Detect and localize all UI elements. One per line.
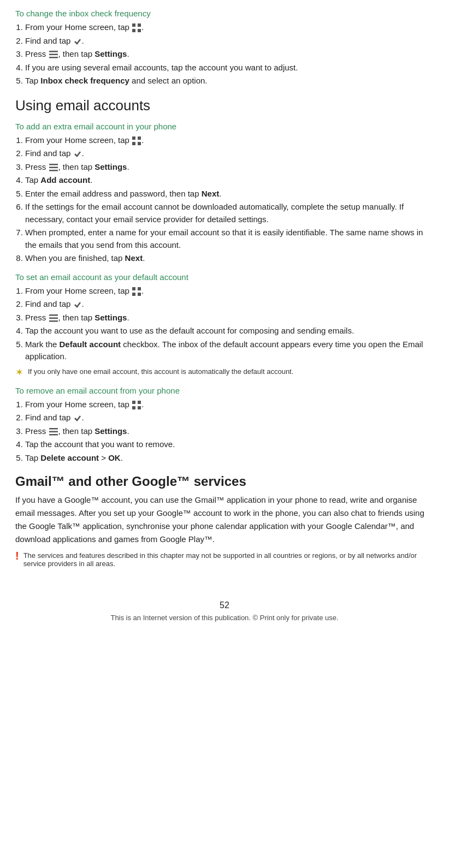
ok-label: OK	[108, 453, 121, 462]
svg-rect-22	[138, 401, 141, 404]
step-4: Tap the account you want to use as the d…	[25, 325, 434, 337]
steps-add-account: From your Home screen, tap . Find and ta…	[25, 134, 434, 265]
steps-change-frequency: From your Home screen, tap . Find and ta…	[25, 21, 434, 87]
grid-icon4	[132, 401, 141, 409]
steps-set-default: From your Home screen, tap . Find and ta…	[25, 285, 434, 363]
checkmark-icon2	[74, 150, 81, 158]
svg-rect-14	[132, 287, 135, 290]
default-account-label: Default account	[60, 340, 121, 349]
grid-icon2	[132, 136, 141, 145]
settings-label4: Settings	[94, 426, 127, 436]
gmail-para: If you have a Google™ account, you can u…	[15, 494, 434, 546]
next-label: Next	[202, 189, 220, 198]
svg-rect-11	[49, 164, 58, 165]
tip-text: If you only have one email account, this…	[28, 367, 293, 376]
checkmark-icon4	[74, 414, 81, 422]
tip-icon: ✶	[15, 366, 23, 378]
svg-rect-13	[49, 170, 58, 171]
step-5: Tap Delete account > OK.	[25, 452, 434, 465]
heading-set-default: To set an email account as your default …	[15, 272, 434, 282]
step-5: Tap Inbox check frequency and select an …	[25, 75, 434, 87]
tip-row: ✶ If you only have one email account, th…	[15, 367, 434, 378]
step-2: Find and tap .	[25, 412, 434, 424]
svg-rect-0	[132, 23, 135, 27]
svg-rect-23	[132, 406, 135, 409]
step-1: From your Home screen, tap .	[25, 134, 434, 147]
menu-icon2	[49, 164, 58, 171]
svg-rect-12	[49, 167, 58, 168]
svg-rect-16	[132, 293, 135, 296]
heading-remove-account: To remove an email account from your pho…	[15, 386, 434, 395]
grid-icon3	[132, 287, 141, 296]
warning-icon: !	[15, 550, 19, 562]
svg-rect-7	[132, 136, 135, 140]
step-8: When you are finished, tap Next.	[25, 252, 434, 265]
step-2: Find and tap .	[25, 298, 434, 311]
checkmark-icon	[74, 38, 81, 45]
delete-account-label: Delete account	[40, 453, 99, 462]
step-2: Find and tap .	[25, 147, 434, 160]
warning-row: ! The services and features described in…	[15, 551, 434, 568]
svg-rect-5	[49, 54, 58, 56]
heading-change-frequency: To change the inbox check frequency	[15, 9, 434, 18]
step-1: From your Home screen, tap .	[25, 21, 434, 34]
settings-label: Settings	[94, 49, 127, 58]
svg-rect-27	[49, 434, 58, 436]
svg-rect-10	[138, 142, 141, 145]
step-5: Enter the email address and password, th…	[25, 188, 434, 200]
footer-page-number: 52	[15, 601, 434, 610]
svg-rect-6	[49, 57, 58, 58]
svg-rect-15	[138, 287, 141, 290]
step-7: When prompted, enter a name for your ema…	[25, 227, 434, 251]
svg-rect-20	[49, 320, 58, 322]
menu-icon	[49, 51, 58, 58]
svg-rect-4	[49, 51, 58, 52]
svg-rect-21	[132, 401, 135, 404]
svg-rect-9	[132, 142, 135, 145]
footer-note: This is an Internet version of this publ…	[15, 614, 434, 622]
svg-rect-8	[138, 136, 141, 140]
next-label2: Next	[125, 253, 143, 263]
step-3: Press , then tap Settings.	[25, 425, 434, 438]
step-2: Find and tap .	[25, 35, 434, 47]
step-6: If the settings for the email account ca…	[25, 201, 434, 225]
svg-rect-1	[138, 23, 141, 27]
svg-rect-24	[138, 406, 141, 409]
step-4: If you are using several email accounts,…	[25, 62, 434, 74]
grid-icon	[132, 23, 141, 32]
step-4: Tap Add account.	[25, 174, 434, 187]
step-1: From your Home screen, tap .	[25, 285, 434, 298]
steps-remove-account: From your Home screen, tap . Find and ta…	[25, 399, 434, 465]
step-3: Press , then tap Settings.	[25, 312, 434, 324]
svg-rect-17	[138, 293, 141, 296]
step-3: Press , then tap Settings.	[25, 161, 434, 174]
checkmark-icon3	[74, 301, 81, 308]
step-3: Press , then tap Settings.	[25, 48, 434, 61]
using-email-title: Using email accounts	[15, 97, 434, 114]
step-4: Tap the account that you want to remove.	[25, 438, 434, 451]
svg-rect-19	[49, 317, 58, 319]
add-account-label: Add account	[40, 175, 90, 185]
step-1: From your Home screen, tap .	[25, 399, 434, 411]
warning-text: The services and features described in t…	[23, 551, 434, 568]
menu-icon4	[49, 428, 58, 436]
settings-label3: Settings	[94, 313, 127, 322]
heading-add-account: To add an extra email account in your ph…	[15, 122, 434, 131]
menu-icon3	[49, 314, 58, 322]
step-5: Mark the Default account checkbox. The i…	[25, 338, 434, 363]
footer: 52 This is an Internet version of this p…	[15, 601, 434, 632]
inbox-freq-label: Inbox check frequency	[40, 76, 129, 85]
svg-rect-3	[138, 29, 141, 32]
svg-rect-2	[132, 29, 135, 32]
gmail-section-title: Gmail™ and other Google™ services	[15, 474, 434, 489]
svg-rect-26	[49, 431, 58, 432]
svg-rect-18	[49, 314, 58, 316]
settings-label2: Settings	[94, 162, 127, 171]
svg-rect-25	[49, 428, 58, 430]
